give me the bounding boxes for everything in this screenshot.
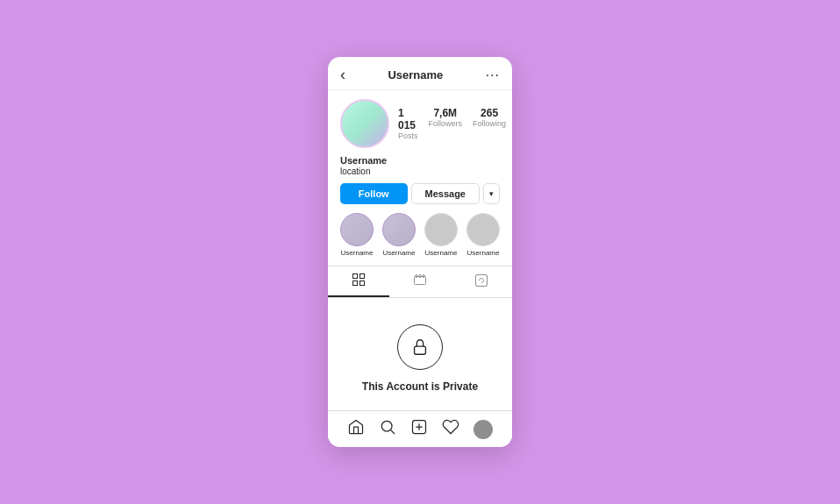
message-button[interactable]: Message (411, 183, 481, 204)
content-tab-bar (328, 266, 512, 298)
stats-row: 1 015 Posts 7,6M Followers 265 Following (398, 107, 506, 140)
private-content: This Account is Private (328, 298, 512, 410)
lock-icon (410, 337, 430, 357)
private-title: This Account is Private (362, 380, 478, 393)
nav-add-icon[interactable] (410, 418, 428, 440)
svg-rect-3 (360, 281, 365, 286)
followers-label: Followers (429, 119, 463, 128)
nav-home-icon[interactable] (347, 418, 365, 440)
stat-followers: 7,6M Followers (429, 107, 463, 140)
tab-reels[interactable] (389, 266, 451, 297)
posts-value: 1 015 (398, 107, 418, 131)
more-button[interactable]: ··· (486, 67, 500, 83)
svg-rect-2 (353, 281, 358, 286)
highlight-label-3: Username (425, 249, 458, 257)
highlight-3[interactable]: Username (424, 213, 458, 257)
action-buttons: Follow Message ▾ (340, 183, 500, 204)
dropdown-button[interactable]: ▾ (483, 183, 500, 204)
nav-profile-icon[interactable] (473, 420, 493, 439)
highlight-label-1: Username (341, 249, 374, 257)
svg-rect-1 (360, 274, 365, 279)
avatar (340, 99, 389, 148)
profile-top: 1 015 Posts 7,6M Followers 265 Following (340, 99, 500, 148)
highlight-circle-3 (424, 213, 458, 246)
tab-tagged[interactable] (451, 266, 512, 297)
highlight-label-4: Username (467, 249, 500, 257)
phone-frame: ‹ Username ··· 1 015 Posts 7,6M Follower… (328, 57, 512, 447)
highlight-circle-4 (466, 213, 500, 246)
lock-circle (397, 324, 443, 370)
tagged-icon (475, 274, 488, 289)
nav-search-icon[interactable] (379, 418, 396, 440)
followers-value: 7,6M (433, 107, 457, 119)
back-button[interactable]: ‹ (340, 66, 345, 84)
highlights-row: Username Username Username Username (340, 213, 500, 266)
profile-location: location (340, 167, 500, 176)
stat-posts: 1 015 Posts (398, 107, 418, 140)
profile-name: Username (340, 155, 500, 166)
header-title: Username (388, 68, 443, 82)
header: ‹ Username ··· (328, 57, 512, 90)
grid-icon (352, 273, 365, 288)
highlight-label-2: Username (383, 249, 416, 257)
profile-section: 1 015 Posts 7,6M Followers 265 Following… (328, 90, 512, 266)
highlight-circle-2 (382, 213, 416, 246)
posts-label: Posts (398, 131, 418, 140)
follow-button[interactable]: Follow (340, 183, 408, 204)
bottom-nav (328, 410, 512, 447)
highlight-circle-1 (340, 213, 374, 246)
stat-following: 265 Following (473, 107, 506, 140)
highlight-1[interactable]: Username (340, 213, 374, 257)
svg-rect-9 (415, 346, 426, 354)
following-value: 265 (481, 107, 498, 119)
tab-grid[interactable] (328, 266, 389, 297)
svg-rect-0 (353, 274, 358, 279)
svg-point-10 (381, 421, 392, 431)
nav-heart-icon[interactable] (442, 418, 459, 440)
highlight-2[interactable]: Username (382, 213, 416, 257)
reels-icon (414, 274, 426, 289)
svg-rect-8 (476, 275, 488, 287)
following-label: Following (473, 119, 506, 128)
highlight-4[interactable]: Username (466, 213, 500, 257)
